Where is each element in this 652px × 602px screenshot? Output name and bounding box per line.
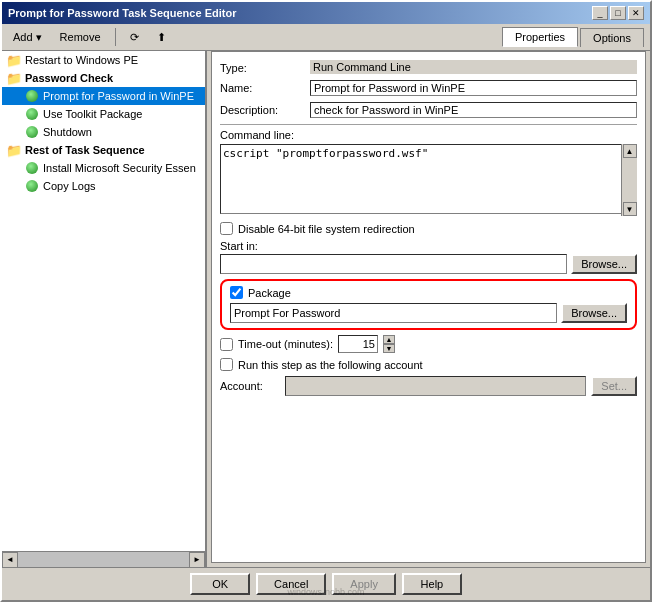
help-button[interactable]: Help bbox=[402, 573, 462, 595]
main-area: 📁 Restart to Windows PE 📁 Password Check… bbox=[2, 51, 650, 567]
package-section: Package Browse... bbox=[220, 279, 637, 330]
tree-label-use-toolkit: Use Toolkit Package bbox=[43, 108, 142, 120]
timeout-checkbox[interactable] bbox=[220, 338, 233, 351]
left-panel: 📁 Restart to Windows PE 📁 Password Check… bbox=[2, 51, 207, 567]
watermark: windows-nobb.com bbox=[287, 587, 364, 597]
scroll-down-btn[interactable]: ▼ bbox=[623, 202, 637, 216]
package-checkbox[interactable] bbox=[230, 286, 243, 299]
command-line-label: Command line: bbox=[220, 129, 637, 141]
run-step-label: Run this step as the following account bbox=[238, 359, 423, 371]
tree-label-restart: Restart to Windows PE bbox=[25, 54, 138, 66]
move-up-icon: ⬆ bbox=[157, 31, 166, 44]
refresh-button[interactable]: ⟳ bbox=[123, 28, 146, 47]
timeout-label: Time-out (minutes): bbox=[238, 338, 333, 350]
add-label: Add bbox=[13, 31, 33, 43]
timeout-row: Time-out (minutes): ▲ ▼ bbox=[220, 335, 637, 353]
refresh-icon: ⟳ bbox=[130, 31, 139, 44]
package-checkbox-label: Package bbox=[248, 287, 291, 299]
timeout-spinner: ▲ ▼ bbox=[383, 335, 395, 353]
tree-item-install-ms[interactable]: Install Microsoft Security Essen bbox=[2, 159, 205, 177]
green-icon-use-toolkit bbox=[24, 106, 40, 122]
maximize-button[interactable]: □ bbox=[610, 6, 626, 20]
folder-icon-password-check: 📁 bbox=[6, 70, 22, 86]
command-line-input[interactable] bbox=[220, 144, 637, 214]
account-row: Account: Set... bbox=[220, 376, 637, 396]
tree-label-install-ms: Install Microsoft Security Essen bbox=[43, 162, 196, 174]
command-line-wrapper: ▲ ▼ bbox=[220, 144, 637, 216]
name-label: Name: bbox=[220, 80, 310, 94]
green-icon-prompt-winpe bbox=[24, 88, 40, 104]
tree-item-use-toolkit[interactable]: Use Toolkit Package bbox=[2, 105, 205, 123]
close-button[interactable]: ✕ bbox=[628, 6, 644, 20]
green-icon-shutdown bbox=[24, 124, 40, 140]
account-label: Account: bbox=[220, 380, 280, 392]
green-icon-install-ms bbox=[24, 160, 40, 176]
scroll-up-btn[interactable]: ▲ bbox=[623, 144, 637, 158]
folder-icon-restart: 📁 bbox=[6, 52, 22, 68]
tree-label-prompt-winpe: Prompt for Password in WinPE bbox=[43, 90, 194, 102]
remove-button[interactable]: Remove bbox=[53, 28, 108, 46]
tab-bar-toolbar: Properties Options bbox=[502, 27, 646, 47]
tree-item-shutdown[interactable]: Shutdown bbox=[2, 123, 205, 141]
add-dropdown-icon: ▾ bbox=[36, 31, 42, 44]
folder-icon-rest-of-task: 📁 bbox=[6, 142, 22, 158]
tree-item-prompt-winpe[interactable]: Prompt for Password in WinPE bbox=[2, 87, 205, 105]
run-step-checkbox[interactable] bbox=[220, 358, 233, 371]
textarea-scrollbar: ▲ ▼ bbox=[621, 144, 637, 216]
tree-scroll[interactable]: 📁 Restart to Windows PE 📁 Password Check… bbox=[2, 51, 205, 551]
spin-up-btn[interactable]: ▲ bbox=[383, 335, 395, 344]
browse-package-button[interactable]: Browse... bbox=[561, 303, 627, 323]
package-checkbox-row: Package bbox=[230, 286, 627, 299]
main-window: Prompt for Password Task Sequence Editor… bbox=[0, 0, 652, 602]
title-bar-buttons: _ □ ✕ bbox=[592, 6, 644, 20]
move-up-button[interactable]: ⬆ bbox=[150, 28, 173, 47]
name-input[interactable] bbox=[310, 80, 637, 96]
scroll-right-btn[interactable]: ► bbox=[189, 552, 205, 568]
ok-button[interactable]: OK bbox=[190, 573, 250, 595]
account-input[interactable] bbox=[285, 376, 586, 396]
package-input-row: Browse... bbox=[230, 303, 627, 323]
start-in-input[interactable] bbox=[220, 254, 567, 274]
disable64-label: Disable 64-bit file system redirection bbox=[238, 223, 415, 235]
tree-item-copy-logs[interactable]: Copy Logs bbox=[2, 177, 205, 195]
tab-properties[interactable]: Properties bbox=[502, 27, 578, 47]
start-in-section: Start in: Browse... bbox=[220, 240, 637, 274]
minimize-button[interactable]: _ bbox=[592, 6, 608, 20]
set-button[interactable]: Set... bbox=[591, 376, 637, 396]
title-bar: Prompt for Password Task Sequence Editor… bbox=[2, 2, 650, 24]
toolbar: Add ▾ Remove ⟳ ⬆ Properties Options bbox=[2, 24, 650, 51]
type-row: Type: Run Command Line bbox=[220, 60, 637, 74]
timeout-input[interactable] bbox=[338, 335, 378, 353]
tree-wrapper: 📁 Restart to Windows PE 📁 Password Check… bbox=[2, 51, 205, 567]
green-icon-copy-logs bbox=[24, 178, 40, 194]
desc-input[interactable] bbox=[310, 102, 637, 118]
tree-label-password-check: Password Check bbox=[25, 72, 113, 84]
tab-options[interactable]: Options bbox=[580, 28, 644, 47]
horizontal-scrollbar[interactable]: ◄ ► bbox=[2, 551, 205, 567]
tree-label-shutdown: Shutdown bbox=[43, 126, 92, 138]
disable64-row: Disable 64-bit file system redirection bbox=[220, 222, 637, 235]
browse-start-in-button[interactable]: Browse... bbox=[571, 254, 637, 274]
tab-properties-label: Properties bbox=[515, 31, 565, 43]
tree-item-rest-of-task[interactable]: 📁 Rest of Task Sequence bbox=[2, 141, 205, 159]
scroll-track bbox=[18, 552, 189, 567]
tree-item-restart[interactable]: 📁 Restart to Windows PE bbox=[2, 51, 205, 69]
spin-down-btn[interactable]: ▼ bbox=[383, 344, 395, 353]
tab-options-label: Options bbox=[593, 32, 631, 44]
tree-label-rest-of-task: Rest of Task Sequence bbox=[25, 144, 145, 156]
package-input[interactable] bbox=[230, 303, 557, 323]
desc-label: Description: bbox=[220, 102, 310, 116]
tab-content-properties: Type: Run Command Line Name: Description… bbox=[211, 51, 646, 563]
start-in-label: Start in: bbox=[220, 240, 637, 252]
type-label: Type: bbox=[220, 60, 310, 74]
package-border-box: Package Browse... bbox=[220, 279, 637, 330]
disable64-checkbox[interactable] bbox=[220, 222, 233, 235]
scroll-left-btn[interactable]: ◄ bbox=[2, 552, 18, 568]
remove-label: Remove bbox=[60, 31, 101, 43]
tree-item-password-check[interactable]: 📁 Password Check bbox=[2, 69, 205, 87]
add-button[interactable]: Add ▾ bbox=[6, 28, 49, 47]
window-title: Prompt for Password Task Sequence Editor bbox=[8, 7, 236, 19]
right-panel: Type: Run Command Line Name: Description… bbox=[207, 51, 650, 567]
desc-row: Description: bbox=[220, 102, 637, 118]
name-row: Name: bbox=[220, 80, 637, 96]
